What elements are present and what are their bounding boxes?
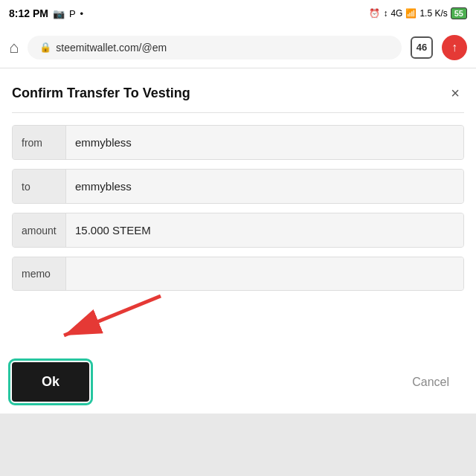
tab-count[interactable]: 46 (411, 36, 433, 59)
data-speed: 1.5 K/s (419, 8, 447, 19)
browser-bar: ⌂ 🔒 steemitwallet.com/@em 46 ↑ (0, 27, 476, 68)
svg-line-1 (64, 296, 161, 335)
address-bar[interactable]: 🔒 steemitwallet.com/@em (28, 36, 402, 60)
upload-button[interactable]: ↑ (442, 35, 467, 60)
p-icon: P (69, 8, 76, 19)
dot-icon: • (80, 8, 84, 19)
status-left: 8:12 PM 📷 P • (9, 7, 83, 19)
close-button[interactable]: × (446, 83, 464, 103)
amount-label: amount (13, 213, 66, 247)
url-text: steemitwallet.com/@em (56, 42, 167, 54)
header-divider (12, 112, 464, 113)
signal-bars-icon: 📶 (405, 8, 416, 19)
to-field-row: to emmybless (12, 169, 464, 204)
signal-arrows-icon: ↕ (383, 8, 387, 19)
button-row: Ok Cancel (12, 350, 464, 414)
amount-value: 15.000 STEEM (66, 213, 463, 247)
page-background: Confirm Transfer To Vesting × from emmyb… (0, 68, 476, 476)
dialog-title: Confirm Transfer To Vesting (12, 86, 190, 101)
home-icon[interactable]: ⌂ (9, 38, 19, 57)
dialog-header: Confirm Transfer To Vesting × (12, 83, 464, 103)
battery-indicator: 55 (451, 7, 467, 19)
status-right: ⏰ ↕ 4G 📶 1.5 K/s 55 (369, 7, 467, 19)
lock-icon: 🔒 (39, 42, 51, 53)
cancel-button[interactable]: Cancel (397, 364, 464, 401)
arrow-svg (12, 292, 176, 344)
from-label: from (13, 126, 66, 159)
memo-value (66, 257, 463, 290)
4g-label: 4G (390, 8, 402, 19)
from-value: emmybless (66, 126, 463, 159)
camera-icon: 📷 (53, 8, 65, 19)
to-value: emmybless (66, 170, 463, 203)
ok-button[interactable]: Ok (12, 362, 89, 402)
status-time: 8:12 PM (9, 7, 48, 19)
to-label: to (13, 170, 66, 203)
from-field-row: from emmybless (12, 125, 464, 160)
arrow-area (12, 300, 464, 344)
amount-field-row: amount 15.000 STEEM (12, 213, 464, 248)
confirm-transfer-dialog: Confirm Transfer To Vesting × from emmyb… (0, 68, 476, 414)
status-bar: 8:12 PM 📷 P • ⏰ ↕ 4G 📶 1.5 K/s 55 (0, 0, 476, 27)
alarm-icon: ⏰ (369, 8, 380, 19)
memo-label: memo (13, 257, 66, 290)
memo-field-row: memo (12, 257, 464, 291)
